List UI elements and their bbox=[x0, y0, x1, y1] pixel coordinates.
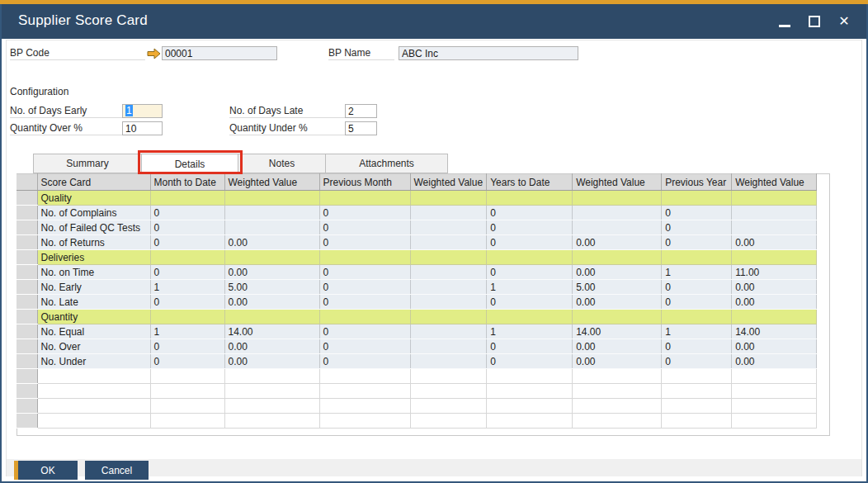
section-cell[interactable] bbox=[573, 191, 662, 206]
grid-cell[interactable]: 0 bbox=[319, 265, 410, 280]
section-cell[interactable] bbox=[150, 250, 224, 265]
section-cell[interactable] bbox=[224, 310, 319, 324]
grid-cell[interactable]: 0 bbox=[662, 295, 732, 310]
section-cell[interactable] bbox=[224, 191, 319, 206]
grid-cell-empty[interactable] bbox=[150, 369, 224, 384]
row-selector[interactable] bbox=[17, 191, 37, 206]
section-cell[interactable] bbox=[150, 310, 224, 324]
row-selector[interactable] bbox=[17, 295, 37, 310]
bp-name-input[interactable] bbox=[399, 46, 578, 60]
grid-cell[interactable]: 0.00 bbox=[573, 339, 662, 354]
grid-cell-empty[interactable] bbox=[319, 369, 410, 384]
grid-cell-empty[interactable] bbox=[573, 414, 662, 429]
grid-cell[interactable] bbox=[410, 265, 487, 280]
grid-cell[interactable]: No. Under bbox=[37, 354, 150, 369]
grid-cell[interactable]: 0 bbox=[150, 354, 224, 369]
grid-cell[interactable]: 0 bbox=[150, 235, 224, 250]
section-cell[interactable] bbox=[319, 250, 410, 265]
grid-cell[interactable]: 0 bbox=[662, 235, 732, 250]
grid-cell-empty[interactable] bbox=[573, 369, 662, 384]
qty-over-input[interactable] bbox=[122, 121, 163, 135]
section-cell[interactable] bbox=[319, 310, 410, 324]
grid-cell-empty[interactable] bbox=[224, 414, 319, 429]
grid-cell[interactable]: 0 bbox=[662, 280, 732, 295]
grid-cell[interactable] bbox=[410, 295, 487, 310]
grid-cell-empty[interactable] bbox=[224, 399, 319, 414]
grid-cell-empty[interactable] bbox=[732, 369, 817, 384]
section-cell[interactable]: Quantity bbox=[37, 310, 150, 324]
section-cell[interactable] bbox=[732, 310, 817, 324]
grid-cell-empty[interactable] bbox=[487, 369, 573, 384]
column-header[interactable]: Previous Year bbox=[662, 174, 732, 191]
tab-attachments[interactable]: Attachments bbox=[325, 154, 448, 173]
grid-cell-empty[interactable] bbox=[410, 384, 487, 399]
column-header[interactable]: Years to Date bbox=[487, 174, 573, 191]
grid-cell[interactable] bbox=[410, 280, 487, 295]
grid-cell-empty[interactable] bbox=[319, 399, 410, 414]
grid-cell[interactable]: 1 bbox=[487, 324, 573, 339]
row-selector[interactable] bbox=[17, 265, 37, 280]
column-header[interactable]: Month to Date bbox=[150, 174, 224, 191]
grid-cell[interactable] bbox=[410, 206, 487, 220]
section-cell[interactable] bbox=[662, 310, 732, 324]
grid-cell-empty[interactable] bbox=[662, 369, 732, 384]
grid-cell[interactable]: 0 bbox=[150, 220, 224, 235]
row-selector[interactable] bbox=[17, 414, 37, 429]
grid-cell[interactable]: 0 bbox=[319, 220, 410, 235]
grid-cell[interactable]: 14.00 bbox=[732, 324, 817, 339]
grid-cell[interactable]: 0 bbox=[319, 280, 410, 295]
tab-summary[interactable]: Summary bbox=[33, 154, 142, 173]
section-cell[interactable] bbox=[487, 310, 573, 324]
grid-cell-empty[interactable] bbox=[319, 414, 410, 429]
grid-cell[interactable]: 0.00 bbox=[732, 339, 817, 354]
grid-cell[interactable]: 0 bbox=[319, 324, 410, 339]
grid-cell[interactable]: 14.00 bbox=[573, 324, 662, 339]
grid-cell-empty[interactable] bbox=[410, 414, 487, 429]
maximize-button[interactable] bbox=[805, 12, 823, 31]
grid-cell-empty[interactable] bbox=[487, 384, 573, 399]
grid-cell[interactable]: 0 bbox=[150, 339, 224, 354]
grid-cell-empty[interactable] bbox=[410, 399, 487, 414]
grid-cell[interactable]: 0 bbox=[487, 206, 573, 220]
grid-cell[interactable]: 0 bbox=[319, 235, 410, 250]
grid-cell[interactable]: 0.00 bbox=[732, 280, 817, 295]
grid-cell[interactable]: No. Equal bbox=[37, 324, 150, 339]
grid-cell[interactable]: 0.00 bbox=[732, 354, 817, 369]
grid-cell[interactable]: 0 bbox=[487, 295, 573, 310]
grid-cell[interactable] bbox=[732, 206, 817, 220]
grid-cell[interactable]: No. Late bbox=[37, 295, 150, 310]
grid-cell[interactable]: 0.00 bbox=[573, 295, 662, 310]
section-cell[interactable] bbox=[732, 191, 817, 206]
grid-cell-empty[interactable] bbox=[150, 399, 224, 414]
grid-cell[interactable]: 5.00 bbox=[224, 280, 319, 295]
grid-cell[interactable]: 0 bbox=[487, 354, 573, 369]
grid-cell[interactable]: 0.00 bbox=[573, 235, 662, 250]
grid-cell[interactable]: 0 bbox=[487, 265, 573, 280]
section-cell[interactable] bbox=[732, 250, 817, 265]
grid-cell[interactable]: 0 bbox=[319, 354, 410, 369]
grid-cell-empty[interactable] bbox=[573, 384, 662, 399]
column-header[interactable]: Weighted Value bbox=[410, 174, 487, 191]
grid-cell[interactable] bbox=[224, 206, 319, 220]
grid-cell-empty[interactable] bbox=[37, 414, 150, 429]
grid-cell[interactable]: No. Over bbox=[37, 339, 150, 354]
section-cell[interactable] bbox=[662, 250, 732, 265]
grid-cell[interactable] bbox=[573, 220, 662, 235]
section-cell[interactable] bbox=[410, 250, 487, 265]
grid-cell-empty[interactable] bbox=[37, 369, 150, 384]
section-cell[interactable] bbox=[224, 250, 319, 265]
grid-cell[interactable]: 0 bbox=[150, 295, 224, 310]
grid-cell-empty[interactable] bbox=[662, 399, 732, 414]
section-cell[interactable] bbox=[319, 191, 410, 206]
grid-cell[interactable]: 0 bbox=[487, 339, 573, 354]
grid-cell[interactable]: 0 bbox=[150, 265, 224, 280]
grid-cell[interactable] bbox=[573, 206, 662, 220]
section-cell[interactable] bbox=[410, 310, 487, 324]
grid-cell[interactable]: 1 bbox=[150, 280, 224, 295]
grid-cell-empty[interactable] bbox=[410, 369, 487, 384]
grid-cell[interactable]: 0 bbox=[150, 206, 224, 220]
grid-cell[interactable]: 0 bbox=[319, 295, 410, 310]
section-cell[interactable]: Deliveries bbox=[37, 250, 150, 265]
section-cell[interactable] bbox=[573, 250, 662, 265]
grid-cell-empty[interactable] bbox=[732, 414, 817, 429]
